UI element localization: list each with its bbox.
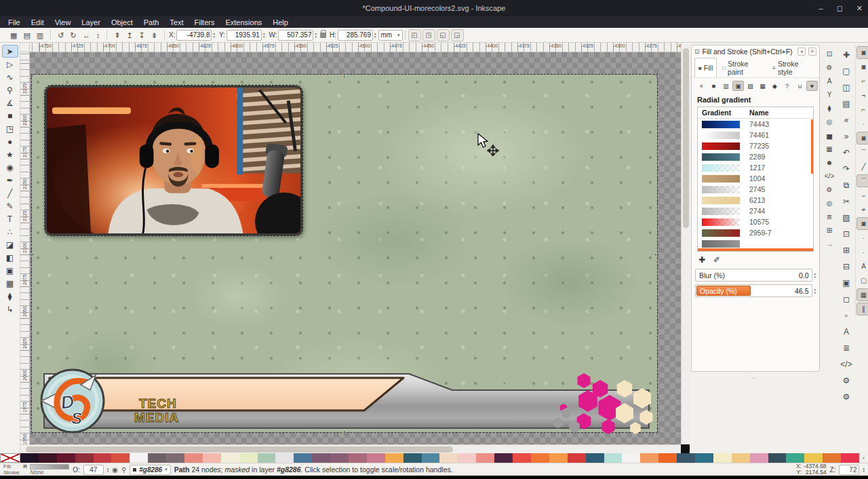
gradient-row[interactable]: 74443	[698, 119, 813, 130]
command-icon[interactable]: ▨	[840, 210, 854, 226]
snap-toggle-icon[interactable]: ◙	[856, 217, 868, 230]
palette-swatch[interactable]	[640, 453, 658, 463]
x-spinner[interactable]: ▴▾	[213, 32, 215, 38]
palette-swatch[interactable]	[94, 453, 112, 463]
rotate-flip-icon[interactable]: ↻	[70, 28, 76, 42]
command-icon[interactable]: ✚	[840, 47, 854, 63]
horizontal-scrollbar-thumb[interactable]	[26, 446, 453, 453]
close-button[interactable]: ✕	[856, 4, 863, 13]
snap-toggle-icon[interactable]: ⌐	[856, 75, 868, 88]
command-icon[interactable]: ⊟	[840, 258, 854, 275]
palette-swatch[interactable]	[203, 453, 221, 463]
palette-swatch[interactable]	[330, 453, 349, 463]
tool-button[interactable]: ■	[2, 109, 18, 122]
palette-swatch[interactable]	[312, 453, 330, 463]
rotate-flip-icon[interactable]: ↺	[58, 28, 64, 42]
snap-toggle-icon[interactable]: ⌣	[856, 189, 868, 202]
lock-aspect-icon[interactable]	[320, 33, 326, 38]
palette-swatch[interactable]	[531, 453, 549, 463]
dialog-shortcut-icon[interactable]: ⊞	[823, 223, 836, 237]
menu-item[interactable]: Edit	[26, 18, 50, 26]
snap-toggle-icon[interactable]: ⌐	[856, 103, 868, 116]
palette-swatch[interactable]	[75, 453, 94, 463]
gradient-list-scrollbar[interactable]	[811, 119, 813, 174]
tool-button[interactable]: ◪	[2, 238, 18, 251]
command-icon[interactable]: ⊡	[840, 226, 854, 242]
palette-none-swatch[interactable]	[0, 453, 20, 463]
command-icon[interactable]: ⚙	[840, 389, 854, 405]
palette-swatch[interactable]	[568, 453, 586, 463]
lower-third-banner-object[interactable]: D S TECH MEDIA	[37, 370, 656, 432]
command-icon[interactable]: ▫	[840, 307, 854, 324]
maximize-button[interactable]: ◻	[837, 4, 843, 13]
menu-item[interactable]: Filters	[189, 18, 220, 26]
raise-lower-icon[interactable]: ↥	[126, 28, 132, 42]
dialog-collapse-button[interactable]: ◂	[797, 47, 806, 56]
gradient-row[interactable]: 6213	[698, 195, 813, 206]
palette-swatch[interactable]	[476, 453, 494, 463]
snap-toggle-icon[interactable]: ¬	[856, 89, 868, 102]
palette-swatch[interactable]	[549, 453, 568, 463]
gradient-row[interactable]: 1004	[698, 173, 813, 184]
palette-swatch[interactable]	[677, 453, 695, 463]
y-spinner[interactable]: ▴▾	[263, 32, 265, 38]
palette-swatch[interactable]	[750, 453, 768, 463]
palette-swatch[interactable]	[39, 453, 57, 463]
palette-swatch[interactable]	[184, 453, 203, 463]
menu-item[interactable]: Text	[164, 18, 189, 26]
horizontal-ruler[interactable]: -4750-4725-4700-4675-4650-4625-4600-4575…	[30, 43, 681, 52]
dialog-shortcut-icon[interactable]: ◎	[823, 115, 836, 128]
vertical-scrollbar-thumb[interactable]	[683, 48, 689, 228]
palette-swatch[interactable]	[494, 453, 513, 463]
layer-visibility-icon[interactable]: ◉	[112, 466, 118, 474]
horizontal-scrollbar[interactable]	[20, 444, 681, 453]
command-icon[interactable]: ⚙	[840, 372, 854, 389]
paint-type-button[interactable]: ▦	[757, 81, 768, 91]
command-icon[interactable]: ↶	[840, 145, 854, 161]
palette-swatch[interactable]	[166, 453, 184, 463]
command-icon[interactable]: ≣	[840, 340, 854, 356]
gradient-list[interactable]: Gradient Name 74443 74461	[697, 107, 814, 252]
command-icon[interactable]: ✂	[840, 193, 854, 210]
palette-swatch[interactable]	[513, 453, 531, 463]
menu-item[interactable]: View	[50, 18, 77, 26]
zoom-input[interactable]: 72	[839, 465, 859, 475]
dialog-shortcut-icon[interactable]: </>	[823, 169, 836, 183]
gradient-row[interactable]: 2289	[698, 151, 813, 162]
blur-spinner[interactable]: ▴▾	[814, 272, 816, 278]
h-spinner[interactable]: ▴▾	[374, 32, 376, 38]
add-gradient-button[interactable]: ✚	[698, 255, 705, 265]
snap-toggle-icon[interactable]: A	[856, 260, 868, 273]
menu-item[interactable]: Extensions	[220, 18, 267, 26]
snap-toggle-icon[interactable]: ╱	[856, 160, 868, 173]
object-opacity-spinner[interactable]: ▴▾	[107, 467, 109, 473]
command-icon[interactable]: </>	[840, 356, 854, 372]
tool-button[interactable]: T	[2, 212, 18, 225]
opacity-slider-fill[interactable]: Opacity (%)	[696, 286, 751, 296]
palette-swatch[interactable]	[275, 453, 294, 463]
tool-button[interactable]: ⚲	[2, 83, 18, 96]
gradient-row[interactable]: 2744	[698, 206, 813, 216]
dialog-shortcut-icon[interactable]: ⊡	[823, 47, 836, 60]
palette-swatch[interactable]	[239, 453, 258, 463]
unit-dropdown[interactable]: mm▾	[378, 30, 403, 41]
gradient-row[interactable]: 1217	[698, 162, 813, 173]
canvas[interactable]: D S TECH MEDIA ↔ ↕ ↔ ↔ ↔ ↔ ↕ ↔	[30, 52, 681, 444]
fill-stroke-tab[interactable]: ■ Fill	[694, 58, 717, 77]
fill-rule-button[interactable]: ♥	[806, 81, 818, 91]
snap-toggle-icon[interactable]: ∥	[856, 303, 868, 315]
snap-toggle-icon[interactable]: ⌒	[856, 174, 868, 187]
dialog-shortcut-icon[interactable]: ⚙	[823, 183, 836, 196]
tool-button[interactable]: ▣	[2, 264, 18, 277]
snap-toggle-icon[interactable]: ∙	[856, 231, 868, 244]
h-input[interactable]: 285.769	[338, 30, 373, 41]
tool-button[interactable]: ▷	[2, 58, 18, 71]
minimize-button[interactable]: –	[819, 4, 823, 12]
selection-toolbar-icon[interactable]: ▥	[37, 28, 43, 42]
transform-affect-toggle[interactable]: ◰	[408, 29, 421, 41]
raise-lower-icon[interactable]: ⇞	[114, 28, 120, 42]
paint-type-button[interactable]: ◆	[769, 81, 781, 91]
fill-rule-button[interactable]: ∪	[794, 81, 806, 91]
gradient-row[interactable]: 77235	[698, 140, 813, 151]
rotate-flip-icon[interactable]: ↕	[96, 28, 100, 42]
